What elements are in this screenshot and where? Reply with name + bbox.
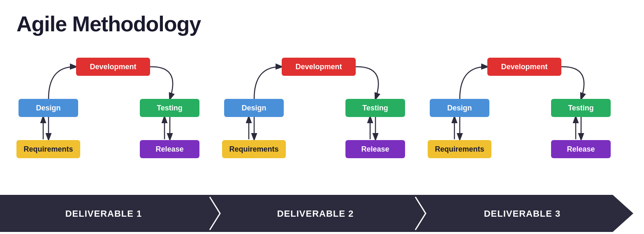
deliverable-1-label: DELIVERABLE 1 [65, 208, 142, 219]
sprint-2-development: Development [282, 58, 356, 76]
sprint-1-development: Development [76, 58, 150, 76]
sprint-1-release: Release [140, 140, 199, 158]
sprint-2-testing: Testing [345, 99, 405, 117]
sprint-2: Development Design Testing Requirements … [218, 49, 419, 165]
sprint-3-design: Design [430, 99, 489, 117]
timeline: DELIVERABLE 1 DELIVERABLE 2 DELIVERABLE … [0, 193, 644, 234]
deliverable-2-label: DELIVERABLE 2 [277, 208, 354, 219]
sprint-3-release: Release [551, 140, 611, 158]
sprint-1-requirements: Requirements [16, 140, 80, 158]
sprint-2-design: Design [224, 99, 284, 117]
sprint-3-development: Development [487, 58, 561, 76]
diagram-area: Development Design Testing Requirements … [0, 49, 644, 181]
sprint-1-design: Design [19, 99, 78, 117]
page-title: Agile Methodology [0, 0, 644, 36]
deliverable-3-label: DELIVERABLE 3 [484, 208, 561, 219]
sprint-3: Development Design Testing Requirements … [424, 49, 625, 165]
sprint-1-testing: Testing [140, 99, 199, 117]
sprint-1: Development Design Testing Requirements … [12, 49, 214, 165]
sprint-3-requirements: Requirements [428, 140, 491, 158]
sprint-3-testing: Testing [551, 99, 611, 117]
sprint-2-requirements: Requirements [222, 140, 286, 158]
sprint-2-release: Release [345, 140, 405, 158]
